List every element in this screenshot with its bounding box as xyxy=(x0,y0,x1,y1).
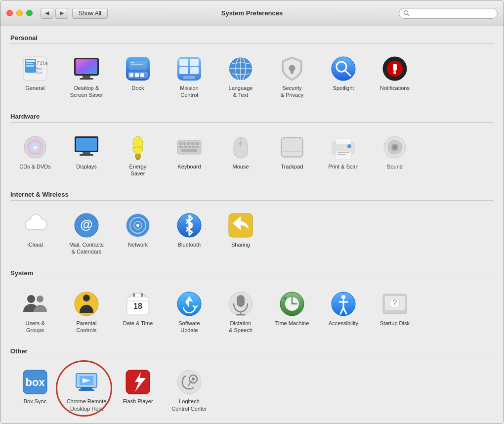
pref-icon-mouse xyxy=(227,133,254,161)
svg-point-124 xyxy=(177,370,201,394)
pref-icon-dictation xyxy=(227,290,254,318)
pref-item-icloud[interactable]: iCloud xyxy=(10,208,60,259)
pref-item-accessibility[interactable]: Accessibility xyxy=(319,286,368,338)
svg-rect-63 xyxy=(196,146,199,148)
pref-item-softwareupdate[interactable]: SoftwareUpdate xyxy=(165,286,214,338)
pref-label-print: Print & Scan xyxy=(328,163,358,170)
svg-rect-74 xyxy=(337,154,346,155)
svg-rect-26 xyxy=(179,67,188,74)
pref-label-dock: Dock xyxy=(131,85,144,91)
svg-rect-62 xyxy=(192,146,195,148)
svg-text:File: File xyxy=(37,61,48,66)
svg-rect-20 xyxy=(131,62,134,63)
pref-item-trackpad[interactable]: Trackpad xyxy=(267,129,317,181)
pref-item-spotlight[interactable]: Spotlight xyxy=(319,51,368,103)
svg-point-36 xyxy=(332,57,355,81)
svg-rect-61 xyxy=(188,146,191,148)
traffic-lights xyxy=(6,10,33,16)
search-box[interactable] xyxy=(399,8,498,19)
pref-icon-network xyxy=(124,212,152,239)
pref-icon-flash xyxy=(124,368,152,396)
pref-item-flash[interactable]: Flash Player xyxy=(113,364,163,416)
pref-icon-language xyxy=(227,55,254,83)
pref-label-chrome-remote: Chrome RemoteDesktop Host xyxy=(67,398,107,412)
pref-label-softwareupdate: SoftwareUpdate xyxy=(178,320,200,334)
pref-label-mail: Mail, Contacts& Calendars xyxy=(69,241,104,255)
pref-item-sound[interactable]: Sound xyxy=(370,129,420,181)
svg-point-45 xyxy=(33,145,37,149)
svg-point-66 xyxy=(239,142,242,145)
pref-item-startup[interactable]: ? Startup Disk xyxy=(370,286,420,338)
svg-rect-22 xyxy=(131,66,140,66)
svg-text:?: ? xyxy=(393,298,397,307)
svg-line-1 xyxy=(408,14,410,16)
svg-text:@: @ xyxy=(80,217,92,232)
pref-label-notifications: Notifications xyxy=(380,85,410,91)
pref-label-keyboard: Keyboard xyxy=(177,163,201,170)
pref-item-bluetooth[interactable]: Bluetooth xyxy=(165,208,214,259)
svg-rect-11 xyxy=(76,59,97,74)
svg-rect-64 xyxy=(181,149,197,152)
pref-item-dictation[interactable]: Dictation& Speech xyxy=(216,286,265,338)
pref-icon-parental xyxy=(73,290,100,318)
maximize-button[interactable] xyxy=(26,10,33,16)
pref-icon-cds xyxy=(21,133,49,161)
section-hardware: Hardware xyxy=(10,113,494,183)
pref-item-security[interactable]: Security& Privacy xyxy=(267,51,317,103)
pref-item-mouse[interactable]: Mouse xyxy=(216,129,265,181)
svg-rect-27 xyxy=(190,67,199,74)
pref-item-timemachine[interactable]: Time Machine xyxy=(267,286,317,338)
search-input[interactable] xyxy=(412,10,491,17)
pref-item-datetime[interactable]: 18 Date & Time xyxy=(113,286,163,338)
minimize-button[interactable] xyxy=(16,10,23,16)
section-items-hardware: CDs & DVDs Displays xyxy=(10,127,494,183)
pref-item-dock[interactable]: Dock xyxy=(113,51,163,103)
section-internet: Internet & Wireless iCloud xyxy=(10,191,494,261)
pref-label-flash: Flash Player xyxy=(123,398,153,405)
pref-item-desktop[interactable]: Desktop &Screen Saver xyxy=(62,51,111,103)
pref-item-mail[interactable]: @ Mail, Contacts& Calendars xyxy=(62,208,111,259)
section-title-personal: Personal xyxy=(10,34,494,44)
pref-item-energy[interactable]: EnergySaver xyxy=(113,129,163,181)
pref-icon-security xyxy=(278,55,306,83)
close-button[interactable] xyxy=(6,10,13,16)
svg-rect-25 xyxy=(190,59,199,66)
pref-item-cds[interactable]: CDs & DVDs xyxy=(10,129,60,181)
pref-item-users[interactable]: Users &Groups xyxy=(10,286,60,338)
svg-rect-56 xyxy=(187,142,190,145)
pref-item-boxsync[interactable]: box Box Sync xyxy=(10,364,60,416)
pref-item-logitech[interactable]: LogitechControl Center xyxy=(165,364,214,416)
svg-rect-49 xyxy=(80,154,93,156)
nav-buttons: ◀ ▶ xyxy=(41,8,68,19)
svg-rect-55 xyxy=(183,142,186,145)
svg-rect-47 xyxy=(76,138,97,151)
pref-label-sharing: Sharing xyxy=(231,241,250,248)
pref-item-sharing[interactable]: Sharing xyxy=(216,208,265,259)
pref-label-timemachine: Time Machine xyxy=(275,320,309,327)
pref-item-keyboard[interactable]: Keyboard xyxy=(165,129,214,181)
back-button[interactable]: ◀ xyxy=(41,8,53,19)
pref-item-displays[interactable]: Displays xyxy=(62,129,111,181)
pref-item-network[interactable]: Network xyxy=(113,208,163,259)
forward-button[interactable]: ▶ xyxy=(55,8,68,19)
svg-point-75 xyxy=(347,144,351,148)
show-all-button[interactable]: Show All xyxy=(72,8,108,19)
pref-item-mission[interactable]: MissionControl xyxy=(165,51,214,103)
pref-item-general[interactable]: File New One General xyxy=(10,51,60,103)
pref-icon-notifications xyxy=(381,55,409,83)
pref-icon-icloud xyxy=(21,212,49,239)
svg-text:One: One xyxy=(36,71,42,75)
svg-rect-96 xyxy=(133,293,135,297)
section-title-internet: Internet & Wireless xyxy=(10,191,494,201)
pref-item-language[interactable]: Language& Text xyxy=(216,51,265,103)
pref-item-print[interactable]: Print & Scan xyxy=(319,129,368,181)
pref-label-general: General xyxy=(25,85,44,91)
svg-rect-24 xyxy=(179,59,188,66)
pref-icon-accessibility xyxy=(330,290,357,318)
svg-point-90 xyxy=(37,296,43,302)
pref-icon-timemachine xyxy=(278,290,306,318)
pref-item-notifications[interactable]: Notifications xyxy=(370,51,420,103)
svg-rect-18 xyxy=(140,73,144,77)
pref-item-parental[interactable]: ParentalControls xyxy=(62,286,111,338)
pref-item-chrome-remote[interactable]: Chrome RemoteDesktop Host xyxy=(62,364,111,416)
